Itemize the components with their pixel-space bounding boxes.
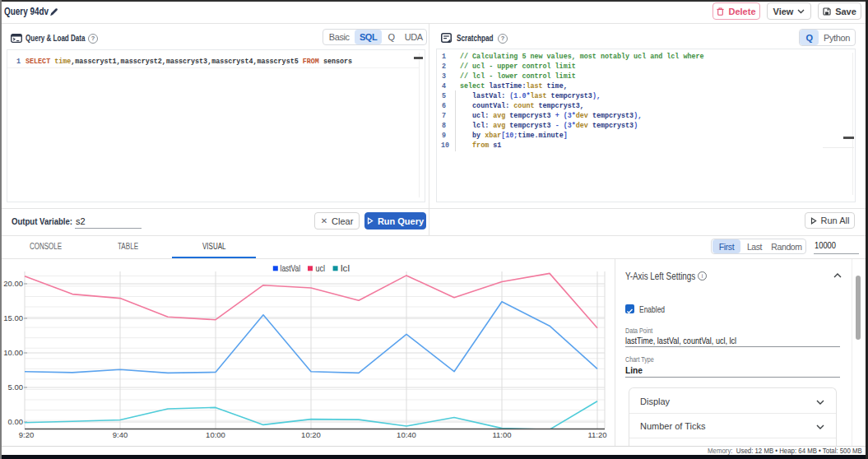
svg-text:0.00: 0.00 bbox=[8, 417, 24, 426]
svg-text:11:00: 11:00 bbox=[492, 430, 511, 439]
svg-text:ucl: ucl bbox=[316, 264, 326, 273]
svg-text:20.00: 20.00 bbox=[3, 279, 23, 288]
svg-text:15.00: 15.00 bbox=[3, 313, 23, 322]
svg-text:lastVal: lastVal bbox=[281, 264, 301, 273]
svg-text:5.00: 5.00 bbox=[8, 382, 24, 392]
svg-text:10:00: 10:00 bbox=[206, 430, 225, 439]
svg-text:10.00: 10.00 bbox=[3, 348, 23, 357]
svg-text:9:20: 9:20 bbox=[19, 430, 35, 439]
svg-text:9:40: 9:40 bbox=[113, 430, 128, 439]
svg-text:lcl: lcl bbox=[341, 264, 350, 273]
svg-text:11:20: 11:20 bbox=[587, 430, 606, 439]
svg-text:10:20: 10:20 bbox=[301, 430, 321, 439]
svg-text:10:40: 10:40 bbox=[397, 430, 416, 439]
